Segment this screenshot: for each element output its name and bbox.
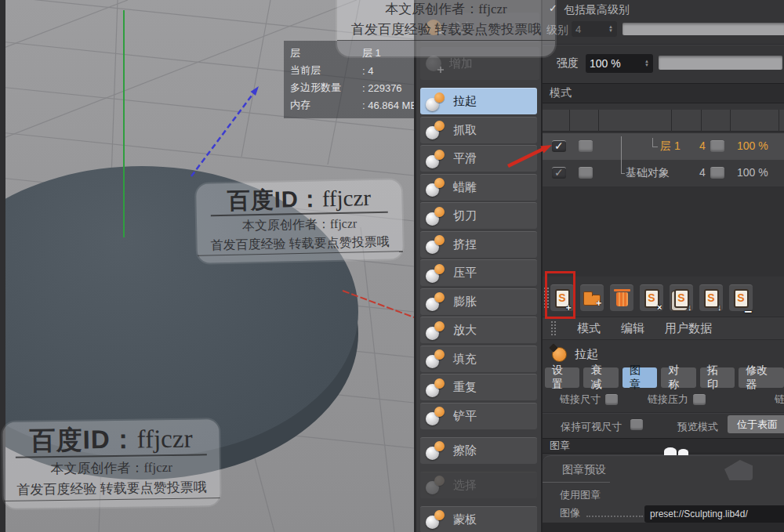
stamp-image-path-field[interactable]: preset://Sculpting.lib4d/ (644, 505, 784, 523)
merge-layer-down-button[interactable]: S↓ (699, 284, 723, 311)
tool-tab[interactable]: 拓印 (700, 367, 735, 388)
layer-row-selected[interactable]: ✓ 层 1 4 100 % (543, 133, 784, 160)
spinner-arrows-icon[interactable]: ▲▼ (644, 60, 649, 67)
sculpt-brush-icon (425, 121, 446, 139)
manager-tabs: 模式 编辑 用户数据 (543, 317, 784, 340)
sculpt-tool-list: 拉起 抓取 平滑 蜡雕 切刀 挤捏 压平 (416, 88, 541, 532)
divider (543, 412, 784, 414)
active-tool-header: 拉起 (543, 342, 784, 366)
tool-tab[interactable]: 对称 (661, 367, 695, 388)
stamp-thumbnail-bump (664, 447, 677, 455)
tab-edit[interactable]: 编辑 (621, 321, 644, 336)
level-spinner[interactable]: 4 ▲▼ (572, 21, 617, 37)
folder-icon: ＋ (583, 295, 601, 306)
sculpt-tool-item[interactable]: 抓取 (420, 117, 537, 143)
sculpt-brush-icon (425, 441, 446, 460)
sculpt-brush-icon (425, 349, 446, 368)
sculpt-tool-item[interactable]: 膨胀 (420, 288, 537, 315)
sculpt-tool-item[interactable]: 拉起 (420, 88, 537, 114)
visibility-checkbox[interactable]: ✓ (552, 167, 566, 179)
stamp-preset-icon[interactable] (724, 460, 753, 480)
sculpt-tool-item[interactable]: 蜡雕 (420, 174, 537, 201)
hud-row: 当前层: 4 (290, 62, 414, 79)
layer-table-header (543, 110, 784, 132)
hud-row: 内存: 46.864 MB (290, 96, 414, 114)
tool-tab[interactable]: 衰减 (583, 367, 618, 388)
strength-spinner[interactable]: 100 % ▲▼ (586, 54, 653, 73)
sculpt-tool-item[interactable]: 切刀 (420, 202, 537, 229)
sculpt-brush-icon (425, 92, 446, 111)
copy-to-layer-button[interactable]: S↓ (670, 284, 693, 311)
tool-tab[interactable]: 修改器 (739, 367, 784, 388)
panel-bottom-strip (543, 523, 784, 532)
sculpt-tool-item[interactable]: 重复 (420, 374, 537, 400)
tree-line (652, 147, 658, 147)
tab-mode[interactable]: 模式 (577, 321, 601, 336)
lock-checkbox[interactable] (579, 167, 593, 179)
clear-layer-button[interactable]: S× (640, 284, 663, 311)
sculpt-brush-icon (425, 321, 446, 340)
sculpt-tool-item[interactable]: 压平 (420, 259, 537, 286)
mask-checkbox[interactable] (710, 167, 724, 179)
sculpt-brush-icon (425, 476, 446, 494)
layer-column-header[interactable] (570, 110, 599, 132)
mask-checkbox[interactable] (710, 140, 724, 152)
link-options-row: 链接尺寸 链接压力 链接镜像 (560, 393, 784, 407)
mode-section-header: 模式 (543, 83, 784, 103)
watermark-title: 百度ID：ffjczr (15, 422, 207, 458)
sculpt-brush-icon (425, 235, 446, 254)
watermark-top: 百度ID：ffjczr 本文原创作者：ffjczr 首发百度经验 转载要点赞投票… (337, 0, 555, 56)
divider (543, 482, 610, 483)
sculpt-tool-item[interactable]: 擦除 (420, 437, 537, 464)
link-checkbox[interactable] (605, 394, 618, 405)
tab-user-data[interactable]: 用户数据 (665, 321, 712, 336)
sculpt-brush-icon (425, 378, 446, 397)
add-folder-button[interactable]: ＋ (580, 284, 604, 311)
sculpt-tool-item[interactable]: 填充 (420, 346, 537, 372)
include-top-levels-row[interactable]: ✓ 包括最高级别 (543, 2, 784, 17)
layer-row-base[interactable]: ✓ 基础对象 4 100 % (543, 160, 784, 186)
sculpt-brush-icon (425, 292, 446, 311)
visibility-checkbox[interactable]: ✓ (552, 140, 566, 152)
layer-column-header[interactable] (731, 110, 779, 132)
lock-checkbox[interactable] (579, 140, 593, 152)
pull-brush-icon (552, 347, 567, 362)
layer-column-header[interactable] (599, 110, 672, 132)
tree-line (621, 173, 625, 174)
layer-button-icon: S▁ (734, 289, 749, 308)
sculpt-tool-item[interactable]: 蒙板 (420, 506, 537, 532)
layer-column-header[interactable] (672, 110, 702, 132)
trash-icon (616, 292, 628, 306)
sculpt-tool-item[interactable]: 平滑 (420, 145, 537, 172)
keep-visual-size-checkbox[interactable] (630, 419, 643, 430)
sculpt-tool-item[interactable]: 铲平 (420, 403, 537, 429)
tree-line (621, 136, 622, 174)
cinema4d-sculpt-window: 层层 1 当前层: 4 多边形数量: 229376 内存: 46.864 MB … (0, 0, 784, 532)
level-slider[interactable] (622, 23, 784, 35)
preview-mode-dropdown[interactable]: 位于表面 (728, 415, 784, 433)
attributes-panel: ✓ 包括最高级别 级别 4 ▲▼ 强度 100 % ▲▼ 模式 ✓ 层 1 4 (541, 0, 784, 532)
tabs-grip-handle[interactable] (550, 320, 557, 336)
watermark-bottom: 百度ID：ffjczr 本文原创作者：ffjczr 首发百度经验 转载要点赞投票… (2, 419, 220, 508)
tool-tab[interactable]: 图章 (622, 367, 657, 388)
delete-layer-button[interactable] (610, 284, 633, 311)
sculpt-tool-item[interactable]: 挤捏 (420, 231, 537, 258)
increase-icon (426, 56, 441, 71)
flatten-layers-button[interactable]: S▁ (729, 284, 753, 311)
sculpt-tool-palette: 减少 增加 拉起 抓取 平滑 蜡雕 (414, 0, 541, 532)
watermark-title: 百度ID：ffjczr (210, 183, 388, 217)
layer-column-header[interactable] (543, 110, 570, 132)
sculpt-tool-item[interactable]: 选择 (420, 472, 537, 498)
spinner-arrows-icon[interactable]: ▲▼ (608, 25, 613, 33)
divider (543, 44, 784, 45)
link-checkbox[interactable] (693, 394, 706, 405)
dotted-leader (586, 516, 643, 517)
layer-button-icon: S↓ (674, 289, 689, 308)
layer-button-icon: S↓ (704, 289, 719, 308)
tool-tab[interactable]: 设置 (545, 367, 579, 388)
stamp-thumbnail-bump (678, 449, 688, 455)
layer-column-header[interactable] (702, 110, 731, 132)
strength-slider[interactable] (659, 56, 782, 70)
sculpt-brush-icon (425, 264, 446, 283)
sculpt-tool-item[interactable]: 放大 (420, 317, 537, 343)
